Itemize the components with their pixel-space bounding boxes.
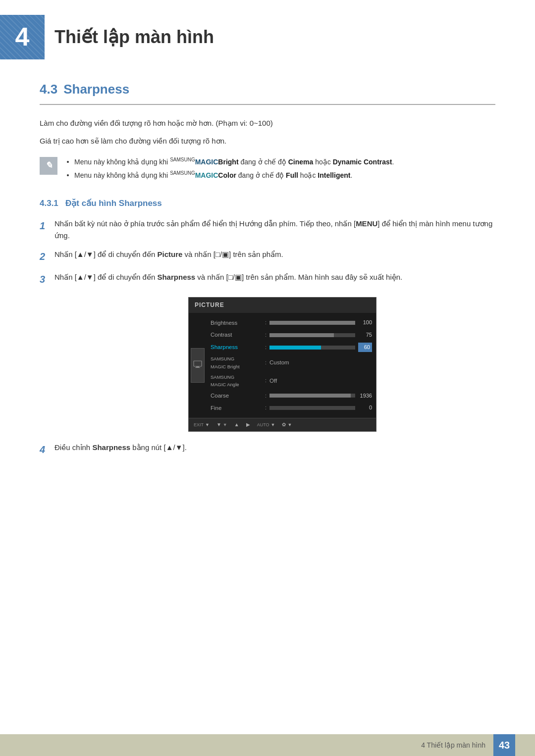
menu-row-sharpness: Sharpness : 60 xyxy=(211,341,372,354)
note-pencil-icon: ✎ xyxy=(45,158,53,173)
step-number-4: 4 xyxy=(40,442,50,457)
description-line1: Làm cho đường viền đối tượng rõ hơn hoặc… xyxy=(40,117,495,129)
footer-btn-settings: ✿ ▼ xyxy=(282,421,292,429)
val-brightness: 100 xyxy=(358,318,372,327)
svg-rect-1 xyxy=(196,366,199,367)
note-item-1: Menu này không khả dụng khi SAMSUNGMAGIC… xyxy=(74,156,394,167)
footer-btn-up: ▲ xyxy=(234,421,239,429)
menu-body: Brightness : 100 Contrast : xyxy=(189,313,376,418)
footer-btn-enter: ▶ xyxy=(246,421,250,429)
menu-row-magic-angle: SAMSUNGMAGIC Angle : Off xyxy=(211,372,372,390)
chapter-number: 4 xyxy=(15,16,30,57)
up-arrow-icon: ▲ xyxy=(234,421,239,429)
exit-arrow-icon: ▼ xyxy=(205,421,210,428)
val-magic-bright: Custom xyxy=(269,358,289,367)
menu-footer: EXIT ▼ ▼ ▼ ▲ ▶ AUTO ▼ ✿ xyxy=(189,418,376,431)
bar-sharpness: 60 xyxy=(269,343,372,353)
menu-row-fine: Fine : 0 xyxy=(211,402,372,414)
steps-list: 1 Nhấn bất kỳ nút nào ở phía trước sản p… xyxy=(40,218,495,287)
chapter-header: 4 Thiết lập màn hình xyxy=(0,0,535,69)
val-magic-angle: Off xyxy=(269,376,277,385)
chapter-title: Thiết lập màn hình xyxy=(54,23,214,51)
section-title: Sharpness xyxy=(63,79,129,100)
note-icon: ✎ xyxy=(40,157,57,175)
svg-rect-0 xyxy=(194,361,202,366)
note-box: ✎ Menu này không khả dụng khi SAMSUNGMAG… xyxy=(40,156,495,183)
section-number: 4.3 xyxy=(40,79,57,100)
bar-brightness: 100 xyxy=(269,318,372,327)
monitor-menu: PICTURE xyxy=(188,297,376,432)
footer-btn-down: ▼ ▼ xyxy=(216,421,227,429)
menu-row-contrast: Contrast : 75 xyxy=(211,329,372,341)
step-number-3: 3 xyxy=(40,271,50,287)
menu-monitor-icon xyxy=(193,360,202,371)
label-contrast: Contrast xyxy=(211,330,265,339)
label-magic-angle: SAMSUNGMAGIC Angle xyxy=(211,373,265,388)
menu-icon-box xyxy=(191,348,205,383)
enter-icon: ▶ xyxy=(246,421,250,429)
step-text-1: Nhấn bất kỳ nút nào ở phía trước sản phẩ… xyxy=(54,218,495,242)
step-item-4: 4 Điều chỉnh Sharpness bằng nút [▲/▼]. xyxy=(40,442,495,457)
section-heading: 4.3 Sharpness xyxy=(40,79,495,105)
step-text-3: Nhấn [▲/▼] để di chuyển đến Sharpness và… xyxy=(54,271,495,283)
settings-icon: ✿ xyxy=(282,421,286,429)
subsection-number: 4.3.1 xyxy=(40,199,58,208)
val-contrast: 75 xyxy=(358,331,372,340)
footer-btn-auto: AUTO ▼ xyxy=(257,421,275,428)
description-line2: Giá trị cao hơn sẽ làm cho đường viền đố… xyxy=(40,135,495,147)
note-item-2: Menu này không khả dụng khi SAMSUNGMAGIC… xyxy=(74,169,394,181)
label-fine: Fine xyxy=(211,403,265,412)
footer-page-number: 43 xyxy=(493,734,515,756)
chapter-number-box: 4 xyxy=(0,15,45,59)
menu-items-col: Brightness : 100 Contrast : xyxy=(207,317,376,414)
menu-title-text: PICTURE xyxy=(195,302,224,308)
label-brightness: Brightness xyxy=(211,318,265,327)
step-text-4: Điều chỉnh Sharpness bằng nút [▲/▼]. xyxy=(54,442,495,454)
label-coarse: Coarse xyxy=(211,391,265,400)
monitor-menu-wrapper: PICTURE xyxy=(69,297,495,432)
menu-row-brightness: Brightness : 100 xyxy=(211,317,372,329)
label-sharpness: Sharpness xyxy=(211,343,265,352)
svg-rect-2 xyxy=(195,367,200,368)
main-content: 4.3 Sharpness Làm cho đường viền đối tượ… xyxy=(0,79,535,504)
step-item-1: 1 Nhấn bất kỳ nút nào ở phía trước sản p… xyxy=(40,218,495,242)
step-number-2: 2 xyxy=(40,249,50,264)
menu-row-magic-bright: SAMSUNGMAGIC Bright : Custom xyxy=(211,353,372,371)
footer-chapter-label: 4 Thiết lập màn hình xyxy=(421,740,485,751)
page-footer: 4 Thiết lập màn hình 43 xyxy=(0,734,535,756)
bar-coarse: 1936 xyxy=(269,392,372,401)
menu-icon-col xyxy=(189,317,207,414)
label-magic-bright: SAMSUNGMAGIC Bright xyxy=(211,355,265,370)
menu-row-coarse: Coarse : 1936 xyxy=(211,390,372,402)
subsection-title: Đặt cấu hình Sharpness xyxy=(65,199,162,208)
step-item-2: 2 Nhấn [▲/▼] để di chuyển đến Picture và… xyxy=(40,249,495,264)
down-arrow-icon: ▼ xyxy=(216,421,221,429)
step-number-1: 1 xyxy=(40,218,50,234)
note-list: Menu này không khả dụng khi SAMSUNGMAGIC… xyxy=(64,156,394,183)
bar-contrast: 75 xyxy=(269,331,372,340)
auto-arrow-icon: ▼ xyxy=(271,421,275,428)
settings-arrow-icon: ▼ xyxy=(287,421,292,428)
val-sharpness: 60 xyxy=(358,343,372,353)
bar-fine: 0 xyxy=(269,403,372,412)
step-text-2: Nhấn [▲/▼] để di chuyển đến Picture và n… xyxy=(54,249,495,260)
exit-label: EXIT xyxy=(194,421,204,428)
step-item-3: 3 Nhấn [▲/▼] để di chuyển đến Sharpness … xyxy=(40,271,495,287)
menu-title-bar: PICTURE xyxy=(189,298,376,313)
subsection-heading: 4.3.1 Đặt cấu hình Sharpness xyxy=(40,197,495,210)
val-fine: 0 xyxy=(358,403,372,412)
val-coarse: 1936 xyxy=(358,392,372,401)
footer-btn-exit: EXIT ▼ xyxy=(194,421,210,428)
